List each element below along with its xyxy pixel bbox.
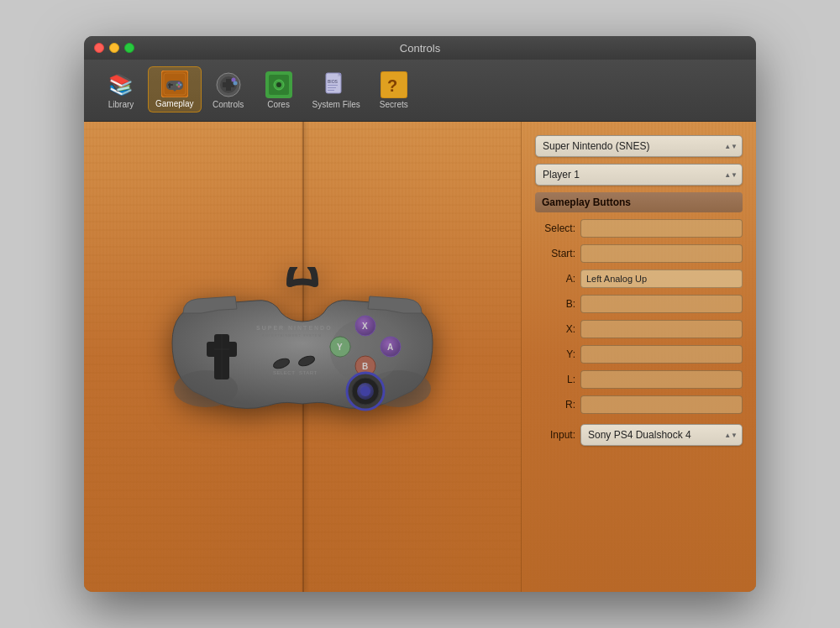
x-button-row: X:: [535, 320, 743, 338]
select-button-row: Select:: [535, 219, 743, 238]
svg-point-7: [177, 86, 180, 88]
toolbar-item-system-files[interactable]: BIOS System Files: [306, 68, 367, 113]
library-icon: 📚: [108, 71, 134, 98]
traffic-lights: [94, 43, 134, 53]
titlebar: Controls: [84, 36, 756, 60]
system-select[interactable]: Super Nintendo (SNES) NES Game Boy Sega …: [535, 135, 743, 157]
gameplay-buttons-header: Gameplay Buttons: [535, 192, 743, 212]
toolbar-item-controls[interactable]: Controls: [205, 68, 252, 113]
toolbar: 📚 Library Gameplay: [84, 60, 756, 122]
select-input[interactable]: [580, 219, 743, 238]
input-label: Input:: [535, 429, 575, 441]
start-label: Start:: [535, 248, 575, 259]
x-label: X:: [535, 323, 575, 335]
start-button-row: Start:: [535, 244, 743, 263]
y-label: Y:: [535, 348, 575, 360]
system-select-row: Super Nintendo (SNES) NES Game Boy Sega …: [535, 135, 743, 157]
svg-text:BIOS: BIOS: [328, 79, 339, 84]
main-window: Controls 📚 Library: [84, 36, 756, 592]
svg-rect-3: [168, 84, 173, 86]
input-footer: Input: Sony PS4 Dualshock 4 Keyboard Xbo…: [535, 424, 743, 446]
l-button-row: L:: [535, 370, 743, 389]
svg-rect-21: [328, 90, 334, 91]
toolbar-label-cores: Cores: [267, 100, 290, 109]
player-select[interactable]: Player 1 Player 2 Player 3 Player 4: [535, 164, 743, 186]
minimize-button[interactable]: [109, 43, 119, 53]
window-title: Controls: [400, 42, 440, 55]
a-input[interactable]: [580, 270, 743, 288]
svg-point-11: [233, 81, 237, 86]
start-input[interactable]: [580, 244, 743, 263]
l-input[interactable]: [580, 370, 743, 389]
svg-text:B: B: [362, 362, 368, 371]
svg-point-15: [276, 82, 281, 87]
svg-rect-19: [328, 85, 338, 86]
r-label: R:: [535, 399, 575, 411]
b-button-row: B:: [535, 295, 743, 313]
maximize-button[interactable]: [124, 43, 134, 53]
svg-rect-20: [328, 87, 336, 88]
content-area: SUPER NINTENDO ENTERTAINMENT SYSTEM SELE…: [84, 122, 756, 592]
b-label: B:: [535, 298, 575, 310]
toolbar-item-gameplay[interactable]: Gameplay: [148, 66, 202, 113]
y-input[interactable]: [580, 345, 743, 364]
toolbar-label-library: Library: [108, 100, 134, 109]
controller-display: SUPER NINTENDO ENTERTAINMENT SYSTEM SELE…: [84, 122, 521, 592]
svg-text:SELECT: SELECT: [273, 370, 295, 375]
toolbar-label-system-files: System Files: [312, 100, 360, 109]
player-select-row: Player 1 Player 2 Player 3 Player 4: [535, 164, 743, 186]
close-button[interactable]: [94, 43, 104, 53]
player-select-wrapper: Player 1 Player 2 Player 3 Player 4: [535, 164, 743, 186]
controls-icon: [215, 71, 242, 98]
gameplay-icon: [161, 71, 188, 97]
svg-text:A: A: [387, 343, 393, 352]
b-input[interactable]: [580, 295, 743, 313]
input-select[interactable]: Sony PS4 Dualshock 4 Keyboard Xbox Contr…: [580, 424, 743, 446]
svg-text:ENTERTAINMENT SYSTEM: ENTERTAINMENT SYSTEM: [262, 333, 322, 338]
l-label: L:: [535, 374, 575, 385]
r-input[interactable]: [580, 395, 743, 414]
toolbar-item-library[interactable]: 📚 Library: [97, 68, 144, 113]
input-select-wrapper: Sony PS4 Dualshock 4 Keyboard Xbox Contr…: [580, 424, 743, 446]
system-files-icon: BIOS: [323, 71, 349, 98]
system-select-wrapper: Super Nintendo (SNES) NES Game Boy Sega …: [535, 135, 743, 157]
toolbar-label-secrets: Secrets: [380, 100, 408, 109]
select-label: Select:: [535, 222, 575, 234]
svg-text:?: ?: [387, 76, 397, 95]
svg-text:SUPER NINTENDO: SUPER NINTENDO: [256, 325, 333, 331]
cores-icon: [265, 71, 292, 98]
toolbar-label-controls: Controls: [213, 100, 244, 109]
snes-controller: SUPER NINTENDO ENTERTAINMENT SYSTEM SELE…: [126, 267, 479, 447]
svg-text:START: START: [299, 370, 318, 375]
a-label: A:: [535, 273, 575, 285]
right-panel: Super Nintendo (SNES) NES Game Boy Sega …: [521, 122, 756, 592]
secrets-icon: ?: [381, 71, 407, 98]
r-button-row: R:: [535, 395, 743, 414]
x-input[interactable]: [580, 320, 743, 338]
toolbar-item-cores[interactable]: Cores: [255, 68, 302, 113]
a-button-row: A:: [535, 270, 743, 288]
svg-text:Y: Y: [337, 343, 343, 352]
svg-text:X: X: [362, 322, 368, 331]
svg-point-49: [360, 386, 370, 396]
toolbar-item-secrets[interactable]: ? Secrets: [370, 68, 417, 113]
toolbar-label-gameplay: Gameplay: [155, 99, 194, 108]
y-button-row: Y:: [535, 345, 743, 364]
